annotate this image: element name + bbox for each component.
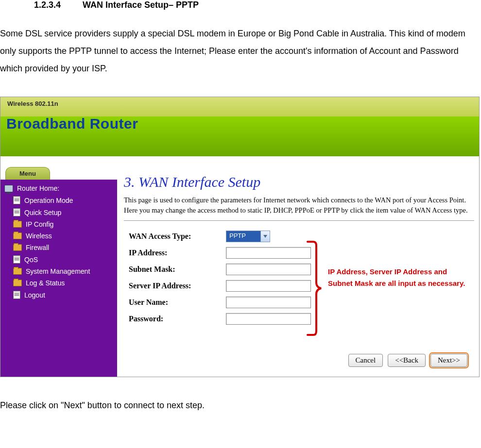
- footer-paragraph: Please click on "Next" button to connect…: [0, 397, 481, 414]
- label-server-ip: Server IP Address:: [129, 282, 226, 290]
- sidebar-item-label: Firewall: [26, 244, 49, 251]
- sidebar-item-label: QoS: [24, 256, 38, 264]
- sidebar-root-label: Router Home:: [17, 184, 59, 192]
- computer-icon: [4, 185, 13, 192]
- callout-text: IP Address, Server IP Address and Subnet…: [328, 266, 474, 289]
- sidebar-item-qos[interactable]: QoS: [0, 253, 117, 265]
- section-heading: 1.2.3.4 WAN Interface Setup– PPTP: [34, 0, 481, 10]
- row-wan-access-type: WAN Access Type: PPTP: [129, 231, 474, 242]
- row-password: Password:: [129, 313, 474, 325]
- label-ip-address: IP Address:: [129, 249, 226, 257]
- sidebar-item-label: Quick Setup: [24, 209, 61, 216]
- sidebar-item-label: Logout: [24, 291, 45, 299]
- sidebar-item-label: Log & Status: [26, 279, 65, 287]
- section-number: 1.2.3.4: [34, 0, 61, 10]
- back-button[interactable]: <<Back: [388, 354, 426, 367]
- wan-access-type-value: PPTP: [226, 231, 260, 242]
- folder-icon: [13, 232, 22, 239]
- wan-access-type-select[interactable]: PPTP: [226, 231, 270, 242]
- server-ip-input[interactable]: [226, 280, 311, 292]
- sidebar-item-label: Wireless: [26, 232, 52, 240]
- folder-icon: [13, 280, 22, 286]
- sidebar-item-quick-setup[interactable]: Quick Setup: [0, 206, 117, 218]
- section-title: WAN Interface Setup– PPTP: [83, 0, 199, 10]
- password-input[interactable]: [226, 313, 311, 325]
- document-icon: [13, 196, 20, 204]
- intro-paragraph: Some DSL service providers supply a spec…: [0, 25, 476, 77]
- sidebar-item-system-management[interactable]: System Management: [0, 265, 117, 277]
- label-password: Password:: [129, 315, 226, 323]
- wizard-button-row: Cancel <<Back Next>>: [348, 354, 467, 367]
- cancel-button[interactable]: Cancel: [348, 354, 383, 367]
- divider: [124, 220, 474, 221]
- sidebar-item-operation-mode[interactable]: Operation Mode: [0, 194, 117, 206]
- document-icon: [13, 255, 20, 264]
- user-name-input[interactable]: [226, 297, 311, 308]
- sidebar-item-log-status[interactable]: Log & Status: [0, 277, 117, 289]
- sidebar-item-label: IP Config: [26, 220, 53, 228]
- sidebar-item-wireless[interactable]: Wireless: [0, 230, 117, 242]
- wizard-title: 3. WAN Interface Setup: [124, 174, 474, 190]
- next-button[interactable]: Next>>: [430, 354, 467, 367]
- product-name: Broadband Router: [6, 116, 138, 132]
- label-user-name: User Name:: [129, 298, 226, 307]
- router-screenshot: Wireless 802.11n Broadband Router Menu R…: [0, 97, 480, 377]
- svg-marker-0: [263, 235, 267, 238]
- document-icon: [13, 291, 20, 299]
- router-header: Wireless 802.11n Broadband Router: [0, 97, 479, 156]
- sidebar-item-logout[interactable]: Logout: [0, 289, 117, 301]
- sidebar-item-label: System Management: [26, 267, 90, 275]
- product-line: Wireless 802.11n: [7, 100, 58, 107]
- menu-tab[interactable]: Menu: [5, 167, 50, 180]
- sidebar-root[interactable]: Router Home:: [0, 183, 117, 194]
- sidebar-item-ip-config[interactable]: IP Config: [0, 218, 117, 230]
- row-ip-address: IP Address:: [129, 247, 474, 259]
- folder-icon: [13, 244, 22, 251]
- sidebar-item-label: Operation Mode: [24, 197, 73, 204]
- sidebar-item-firewall[interactable]: Firewall: [0, 242, 117, 253]
- label-subnet-mask: Subnet Mask:: [129, 265, 226, 274]
- sidebar: Router Home: Operation Mode Quick Setup …: [0, 180, 117, 377]
- wizard-description: This page is used to configure the param…: [124, 195, 469, 216]
- label-wan-access-type: WAN Access Type:: [129, 232, 226, 241]
- folder-icon: [13, 268, 22, 275]
- row-user-name: User Name:: [129, 297, 474, 308]
- folder-icon: [13, 221, 22, 228]
- ip-address-input[interactable]: [226, 247, 311, 259]
- subnet-mask-input[interactable]: [226, 264, 311, 275]
- document-icon: [13, 208, 20, 216]
- chevron-down-icon: [260, 231, 270, 242]
